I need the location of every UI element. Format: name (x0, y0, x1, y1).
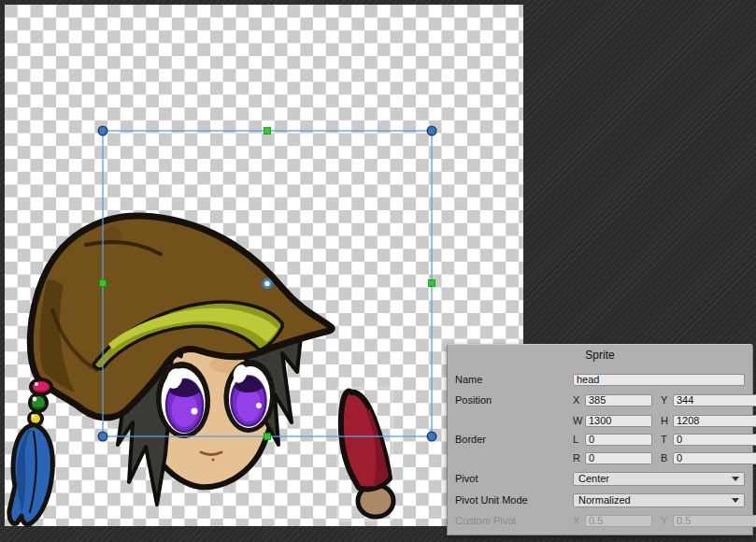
pos-w-axis-label: W (573, 415, 585, 426)
pivot-unit-mode-label: Pivot Unit Mode (455, 494, 573, 506)
name-label: Name (455, 374, 573, 385)
border-l-field[interactable] (585, 434, 652, 446)
position-label: Position (455, 394, 573, 406)
border-r-axis-label: R (573, 452, 585, 464)
pivot-value: Center (578, 473, 609, 484)
border-b-axis-label: B (661, 452, 673, 464)
texture-canvas[interactable] (5, 5, 523, 526)
sprite-editor-window: Sprite Name Position X Y W H Border L T (0, 0, 756, 542)
custom-pivot-y-field (673, 515, 756, 527)
custom-pivot-label: Custom Pivot (455, 515, 573, 526)
pos-x-field[interactable] (585, 394, 652, 406)
custom-pivot-x-field (585, 515, 652, 527)
pivot-dropdown[interactable]: Center (573, 472, 745, 486)
pivot-unit-mode-dropdown[interactable]: Normalized (573, 493, 745, 507)
pos-h-field[interactable] (673, 415, 756, 427)
pos-h-axis-label: H (661, 415, 673, 426)
pivot-label: Pivot (455, 473, 573, 484)
custom-pivot-x-axis-label: X (573, 515, 585, 526)
sprite-inspector-panel: Sprite Name Position X Y W H Border L T (447, 344, 753, 535)
border-r-field[interactable] (585, 452, 652, 464)
name-field[interactable] (573, 374, 745, 386)
pos-y-field[interactable] (673, 394, 756, 406)
border-b-field[interactable] (673, 452, 756, 464)
border-t-axis-label: T (661, 434, 673, 445)
border-t-field[interactable] (673, 434, 756, 446)
panel-title: Sprite (448, 349, 752, 362)
border-l-axis-label: L (573, 434, 585, 445)
pos-y-axis-label: Y (661, 394, 673, 406)
custom-pivot-y-axis-label: Y (661, 515, 673, 526)
pos-x-axis-label: X (573, 394, 585, 406)
border-label: Border (455, 434, 573, 445)
pivot-unit-mode-value: Normalized (578, 494, 631, 506)
caret-down-icon (732, 477, 739, 481)
caret-down-icon (732, 498, 739, 503)
pos-w-field[interactable] (585, 415, 652, 427)
